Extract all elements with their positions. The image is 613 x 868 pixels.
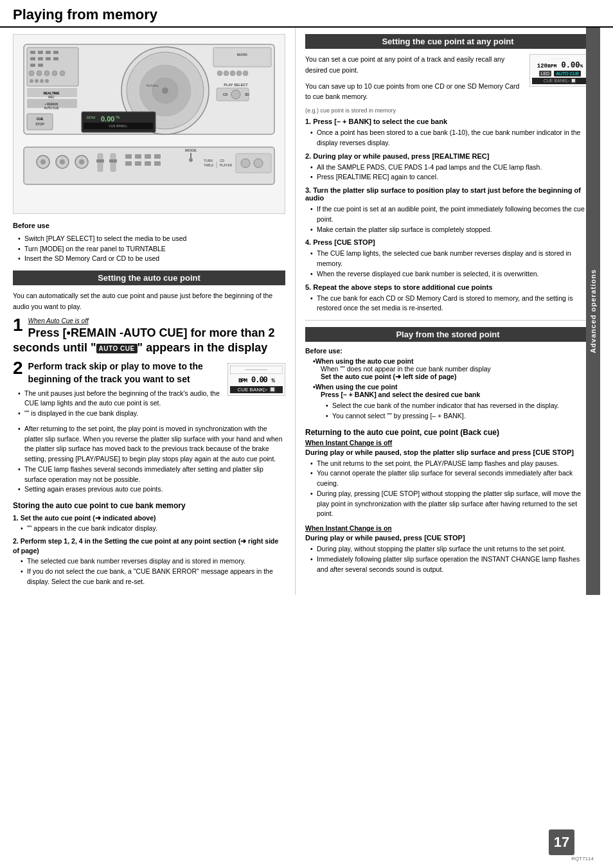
cue-step-2-title: 2. During play or while paused, press [R… — [305, 152, 591, 160]
turntable-top-svg: REALTIME REC • REMAIN AUTO CUE — [17, 38, 281, 141]
step-1-number: 1 — [13, 317, 23, 334]
step-1-content: When Auto Cue is off Press [•REMAIN -AUT… — [13, 317, 285, 356]
svg-point-84 — [241, 159, 250, 168]
svg-text:TABLE: TABLE — [204, 163, 214, 167]
instant-change-on-sub: During play or while paused, press [CUE … — [305, 534, 591, 542]
svg-point-13 — [37, 71, 42, 76]
svg-text:0.00: 0.00 — [101, 115, 114, 123]
step-2-bpm-text: BPM — [238, 378, 247, 384]
step-1-block: 1 When Auto Cue is off Press [•REMAIN -A… — [13, 317, 285, 356]
cue-step-2-sub-1: All the SAMPLE PADS, CUE PADS 1-4 pad la… — [310, 163, 591, 173]
svg-rect-2 — [30, 51, 35, 54]
before-use-item-2: Turn [MODE] on the rear panel to TURNTAB… — [18, 244, 285, 254]
auto-cue-intro: You can automatically set the auto cue p… — [13, 290, 285, 312]
svg-point-62 — [79, 159, 84, 164]
svg-point-17 — [30, 79, 33, 83]
storing-step-1-subs: "" appears in the cue bank indicator dis… — [21, 524, 285, 534]
svg-rect-5 — [53, 51, 58, 54]
svg-rect-73 — [145, 161, 151, 166]
cue-point-section: Setting the cue point at any point ·····… — [305, 34, 591, 314]
page-footer: 17 RQT7114 — [571, 855, 594, 862]
turntable-bottom-svg: MODE TURN TABLE CD PLAYER — [17, 144, 281, 189]
extra-bullet-1: After returning to the set point, the pl… — [18, 424, 285, 465]
instant-change-off-bullets: The unit returns to the set point, the P… — [310, 459, 591, 520]
when-auto-cue-bold: •When using the auto cue point — [313, 357, 591, 365]
svg-text:MODE: MODE — [185, 148, 197, 152]
svg-rect-6 — [30, 57, 35, 60]
svg-point-39 — [230, 71, 235, 76]
cue-step-1-title: 1. Press [– + BANK] to select the cue ba… — [305, 118, 591, 125]
svg-point-77 — [189, 158, 193, 162]
svg-text:CUE: CUE — [37, 117, 44, 121]
svg-point-31 — [162, 87, 168, 94]
instant-on-bullet-2: Immediately following platter slip surfa… — [310, 554, 591, 575]
before-use-right: Before use: — [305, 347, 591, 355]
svg-rect-69 — [145, 154, 151, 159]
auto-cue-header: Setting the auto cue point — [13, 270, 285, 285]
instant-off-bullet-3: During play, pressing [CUE STOP] without… — [310, 489, 591, 519]
cue-step-3: 3. Turn the platter slip surface to posi… — [305, 186, 591, 235]
step-2-bullet-1: The unit pauses just before the beginnin… — [18, 389, 285, 409]
svg-text:PLAYER: PLAYER — [220, 163, 233, 167]
svg-point-18 — [35, 79, 39, 83]
device-image-area: REALTIME REC • REMAIN AUTO CUE — [13, 34, 285, 214]
svg-text:MARK: MARK — [237, 53, 248, 57]
cue-step-5-sub-1: The cue bank for each CD or SD Memory Ca… — [310, 294, 591, 314]
storing-step-1: 1. Set the auto cue point (➜ indicated a… — [13, 513, 285, 534]
when-auto-cue-text: When "" does not appear in the cue bank … — [321, 365, 591, 373]
step-2-block: 2 ·················· BPM 0.00 % CUE BANK… — [13, 360, 285, 418]
extra-bullets: After returning to the set point, the pl… — [13, 424, 285, 495]
extra-bullet-2: The CUE lamp flashes several seconds imm… — [18, 465, 285, 485]
cue-step-3-title: 3. Turn the platter slip surface to posi… — [305, 186, 591, 202]
cue-display-bpm: 120BPM 0.00% — [532, 60, 588, 70]
play-stored-header: Play from the stored point — [305, 327, 591, 342]
instant-change-off-label: When Instant Change is off — [305, 439, 591, 447]
svg-text:BPM: BPM — [87, 116, 95, 120]
step-2-bpm-value: 0.00 — [251, 376, 267, 385]
cue-step-4-sub-1: The CUE lamp lights, the selected cue ba… — [310, 249, 591, 269]
before-use-item-3: Insert the SD Memory Card or CD to be us… — [18, 254, 285, 264]
cue-step-2-sub-2: Press [REALTIME REC] again to cancel. — [310, 172, 591, 182]
svg-text:Technics: Technics — [146, 84, 159, 87]
svg-point-58 — [40, 159, 46, 164]
svg-text:CUE BANK▷: CUE BANK▷ — [109, 124, 128, 128]
svg-point-41 — [243, 71, 248, 76]
cue-step-1-sub-1: Once a point has been stored to a cue ba… — [310, 128, 591, 148]
page-header: Playing from memory — [0, 0, 613, 28]
storing-step-2-sub-1: The selected cue bank number reverses di… — [21, 556, 285, 567]
svg-rect-4 — [46, 51, 51, 54]
page-number: 17 — [549, 829, 574, 855]
svg-text:PLAY SELECT: PLAY SELECT — [224, 83, 248, 87]
svg-rect-3 — [38, 51, 43, 54]
cue-step-5-subs: The cue bank for each CD or SD Memory Ca… — [310, 294, 591, 314]
svg-rect-71 — [125, 161, 132, 166]
storing-step-2: 2. Perform step 1, 2, 4 in the Setting t… — [13, 536, 285, 587]
instant-change-on-label: When Instant Change is on — [305, 524, 591, 532]
cue-point-header: Setting the cue point at any point — [305, 34, 591, 49]
storing-step-2-bold: 2. Perform step 1, 2, 4 in the Setting t… — [13, 537, 278, 555]
cue-step-2-subs: All the SAMPLE PADS, CUE PADS 1-4 pad la… — [310, 163, 591, 183]
step-2-bullets: The unit pauses just before the beginnin… — [18, 389, 285, 419]
storing-step-1-sub-1: "" appears in the cue bank indicator dis… — [21, 524, 285, 534]
instant-change-on-bullets: During play, without stopping the platte… — [310, 544, 591, 574]
svg-text:REC: REC — [48, 96, 55, 99]
svg-point-45 — [231, 90, 240, 99]
svg-rect-11 — [38, 64, 43, 67]
svg-point-16 — [60, 71, 65, 76]
svg-point-37 — [217, 71, 222, 76]
svg-rect-64 — [96, 159, 104, 163]
separator-1 — [305, 320, 591, 321]
main-layout: REALTIME REC • REMAIN AUTO CUE — [0, 28, 613, 595]
svg-text:TURN: TURN — [204, 159, 213, 163]
step-2-bullet-2: "" is displayed in the cue bank display. — [18, 409, 285, 419]
svg-rect-9 — [53, 57, 58, 60]
extra-bullet-list: After returning to the set point, the pl… — [18, 424, 285, 495]
step-2-percent: % — [272, 378, 274, 384]
cue-step-3-sub-2: Make certain the platter slip surface is… — [310, 225, 591, 235]
storing-step-2-sub-2: If you do not select the cue bank, a "CU… — [21, 567, 285, 587]
cue-step-5: 5. Repeat the above steps to store addit… — [305, 283, 591, 314]
cue-display-badge: LED — [539, 71, 552, 76]
storing-step-2-subs: The selected cue bank number reverses di… — [21, 556, 285, 587]
svg-point-60 — [60, 159, 65, 164]
svg-point-85 — [254, 159, 263, 168]
